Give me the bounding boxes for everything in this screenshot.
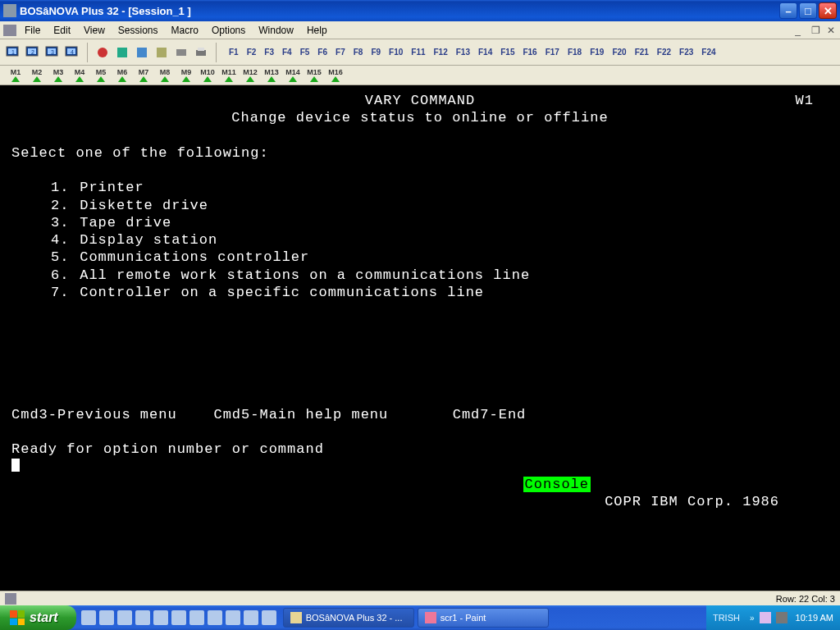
session-tab-m5[interactable]: M5 [90, 68, 112, 82]
terminal-input-line[interactable] [11, 458, 829, 475]
session-tab-m6[interactable]: M6 [112, 68, 133, 82]
fkey-f22[interactable]: F22 [655, 47, 673, 57]
fkey-f10[interactable]: F10 [386, 47, 405, 57]
session-tab-m12[interactable]: M12 [240, 68, 261, 82]
menu-window[interactable]: Window [252, 23, 300, 38]
minimize-button[interactable]: – [779, 2, 797, 19]
ql-desktop-icon[interactable] [99, 610, 114, 625]
session-tab-m11[interactable]: M11 [218, 68, 240, 82]
menu-view[interactable]: View [77, 23, 112, 38]
option-7: 7. Controller on a specific communicatio… [11, 284, 829, 301]
fkey-f2[interactable]: F2 [244, 47, 259, 57]
tool-e-icon[interactable] [173, 44, 189, 61]
fkey-f7[interactable]: F7 [333, 47, 348, 57]
play-icon [267, 76, 276, 82]
ql-app1-icon[interactable] [135, 610, 150, 625]
terminal-3-icon[interactable]: 3 [44, 44, 61, 61]
taskbar-button-bosanova[interactable]: BOSâNOVA Plus 32 - ... [283, 608, 414, 628]
mdi-close-button[interactable]: ✕ [820, 23, 833, 38]
fkey-f21[interactable]: F21 [632, 47, 651, 57]
fkey-f8[interactable]: F8 [351, 47, 366, 57]
terminal-screen[interactable]: W1 VARY COMMAND Change device status to … [0, 85, 840, 591]
svg-rect-15 [157, 48, 167, 57]
tray-clock[interactable]: 10:19 AM [796, 613, 833, 623]
ql-app3-icon[interactable] [171, 610, 186, 625]
terminal-corner-id: W1 [796, 92, 814, 109]
tray-expand-icon[interactable]: » [750, 614, 755, 623]
maximize-button[interactable]: □ [799, 2, 817, 19]
fkey-f18[interactable]: F18 [565, 47, 584, 57]
terminal-subtitle: Change device status to online or offlin… [11, 109, 829, 126]
session-tab-m15[interactable]: M15 [304, 68, 325, 82]
tool-d-icon[interactable] [153, 44, 170, 61]
mdi-minimize-button[interactable]: _ [788, 23, 801, 38]
fkey-f19[interactable]: F19 [587, 47, 606, 57]
fkey-f11[interactable]: F11 [409, 47, 427, 57]
tray-icon-1[interactable] [760, 612, 771, 623]
tool-b-icon[interactable] [114, 44, 130, 61]
fkey-f15[interactable]: F15 [498, 47, 517, 57]
system-tray: TRISH » 10:19 AM [706, 605, 840, 630]
tray-icon-2[interactable] [776, 612, 788, 623]
fkey-f12[interactable]: F12 [431, 47, 450, 57]
session-tab-m16[interactable]: M16 [325, 68, 346, 82]
ql-app2-icon[interactable] [153, 610, 168, 625]
fkey-f17[interactable]: F17 [543, 47, 562, 57]
status-icon [5, 593, 16, 605]
terminal-4-icon[interactable]: 4 [64, 44, 80, 61]
fkey-f9[interactable]: F9 [368, 47, 383, 57]
session-tab-m1[interactable]: M1 [5, 68, 26, 82]
close-button[interactable]: ✕ [819, 2, 837, 19]
play-icon [75, 76, 84, 82]
fkey-f5[interactable]: F5 [298, 47, 313, 57]
session-tab-m10[interactable]: M10 [197, 68, 218, 82]
menu-sessions[interactable]: Sessions [112, 23, 165, 38]
ql-app4-icon[interactable] [189, 610, 204, 625]
status-bar: Row: 22 Col: 3 [0, 591, 840, 605]
session-tab-m7[interactable]: M7 [133, 68, 154, 82]
mdi-restore-button[interactable]: ❐ [805, 23, 818, 38]
terminal-1-icon[interactable]: 1 [5, 44, 21, 61]
fkey-f14[interactable]: F14 [476, 47, 495, 57]
start-button[interactable]: start [0, 605, 76, 630]
fkey-f1[interactable]: F1 [226, 47, 241, 57]
option-2: 2. Diskette drive [11, 197, 829, 214]
ql-app7-icon[interactable] [244, 610, 258, 625]
terminal-2-icon[interactable]: 2 [25, 44, 41, 61]
session-tab-m3[interactable]: M3 [48, 68, 69, 82]
session-tab-m2[interactable]: M2 [26, 68, 48, 82]
taskbar: start BOSâNOVA Plus 32 - ... scr1 - Pain… [0, 605, 840, 630]
session-tab-m8[interactable]: M8 [154, 68, 176, 82]
menu-file[interactable]: File [18, 23, 47, 38]
menu-help[interactable]: Help [300, 23, 334, 38]
tool-a-icon[interactable] [94, 44, 111, 61]
taskbar-button-paint[interactable]: scr1 - Paint [418, 608, 549, 628]
fkey-f4[interactable]: F4 [280, 47, 294, 57]
ql-app6-icon[interactable] [226, 610, 240, 625]
play-icon [310, 76, 318, 82]
fkey-f24[interactable]: F24 [699, 47, 718, 57]
menu-options[interactable]: Options [205, 23, 252, 38]
menu-edit[interactable]: Edit [47, 23, 77, 38]
tray-username: TRISH [713, 613, 740, 623]
session-tab-m9[interactable]: M9 [176, 68, 197, 82]
session-tab-m14[interactable]: M14 [282, 68, 304, 82]
ql-ie-icon[interactable] [81, 610, 96, 625]
ql-media-icon[interactable] [117, 610, 132, 625]
fkey-f16[interactable]: F16 [520, 47, 539, 57]
svg-rect-16 [176, 49, 186, 56]
fkey-f3[interactable]: F3 [262, 47, 276, 57]
fkey-f13[interactable]: F13 [454, 47, 472, 57]
svg-rect-17 [196, 50, 206, 56]
session-tab-m4[interactable]: M4 [69, 68, 90, 82]
fkey-f6[interactable]: F6 [315, 47, 330, 57]
ql-app5-icon[interactable] [208, 610, 222, 625]
print-icon[interactable] [193, 44, 209, 61]
ql-app8-icon[interactable] [262, 610, 276, 625]
session-tab-m13[interactable]: M13 [261, 68, 282, 82]
fkey-f23[interactable]: F23 [677, 47, 696, 57]
fkey-f20[interactable]: F20 [609, 47, 628, 57]
tool-c-icon[interactable] [134, 44, 150, 61]
cursor-icon [11, 459, 20, 472]
menu-macro[interactable]: Macro [165, 23, 205, 38]
